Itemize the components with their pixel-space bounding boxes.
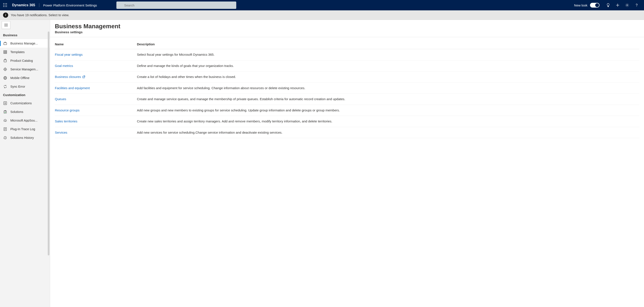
sidebar-item-label: Sync Error bbox=[10, 85, 25, 88]
setting-link[interactable]: Business closures bbox=[55, 74, 85, 80]
gear-box-icon bbox=[3, 101, 7, 105]
setting-link[interactable]: Facilities and equipment bbox=[55, 86, 90, 91]
setting-link[interactable]: Fiscal year settings bbox=[55, 52, 82, 57]
new-look-toggle[interactable] bbox=[590, 3, 600, 8]
sidebar-item-label: Customizations bbox=[10, 102, 32, 105]
sidebar-scrollbar[interactable] bbox=[47, 20, 50, 307]
table-row: Sales territories Create new sales terri… bbox=[55, 116, 639, 127]
sidebar-item-sync-error[interactable]: Sync Error bbox=[0, 82, 50, 91]
svg-rect-0 bbox=[3, 3, 4, 4]
help-icon bbox=[635, 3, 638, 7]
svg-rect-5 bbox=[6, 5, 7, 6]
setting-description: Add new groups and new members to existi… bbox=[137, 105, 639, 116]
app-launcher-button[interactable] bbox=[2, 2, 8, 8]
setting-description: Create a list of holidays and other time… bbox=[137, 72, 639, 83]
cart-icon bbox=[3, 58, 7, 63]
svg-rect-4 bbox=[5, 5, 6, 6]
setting-link[interactable]: Sales territories bbox=[55, 119, 77, 124]
plus-icon bbox=[616, 3, 620, 7]
svg-rect-18 bbox=[4, 43, 7, 45]
nav-section-title: Business bbox=[0, 31, 50, 39]
setting-description: Add facilities and equipment for service… bbox=[137, 82, 639, 94]
setting-description: Add new services for service scheduling.… bbox=[137, 127, 639, 138]
log-icon bbox=[3, 127, 7, 131]
gear-icon bbox=[625, 3, 629, 7]
svg-rect-24 bbox=[4, 60, 6, 62]
history-icon bbox=[3, 136, 7, 140]
new-look-label: New look bbox=[574, 4, 588, 7]
svg-rect-2 bbox=[6, 3, 7, 4]
column-header-description: Description bbox=[137, 39, 639, 49]
sidebar-item-label: Mobile Offline bbox=[10, 76, 29, 80]
breadcrumb: Power Platform Environment Settings bbox=[43, 4, 97, 7]
setting-description: Create new sales territories and assign … bbox=[137, 116, 639, 127]
column-header-name: Name bbox=[55, 39, 137, 49]
lightbulb-button[interactable] bbox=[604, 0, 613, 10]
nav-collapse-button[interactable] bbox=[2, 21, 10, 29]
table-row: Queues Create and manage service queues,… bbox=[55, 94, 639, 105]
table-row: Resource groups Add new groups and new m… bbox=[55, 105, 639, 116]
svg-rect-1 bbox=[5, 3, 6, 4]
lightbulb-icon bbox=[606, 3, 610, 7]
add-button[interactable] bbox=[613, 0, 622, 10]
notification-text: You have 19 notifications. Select to vie… bbox=[11, 13, 69, 17]
sync-error-icon bbox=[3, 84, 7, 89]
sidebar-item-product-catalog[interactable]: Product Catalog bbox=[0, 56, 50, 65]
svg-point-14 bbox=[636, 6, 637, 7]
svg-point-31 bbox=[5, 103, 6, 104]
svg-rect-8 bbox=[6, 6, 7, 7]
svg-rect-19 bbox=[4, 50, 7, 54]
svg-rect-6 bbox=[3, 6, 4, 7]
setting-link[interactable]: Goal metrics bbox=[55, 64, 73, 68]
sidebar-item-mobile-offline[interactable]: Mobile Offline bbox=[0, 74, 50, 82]
nav-section-title: Customization bbox=[0, 91, 50, 99]
sidebar-item-microsoft-appsou[interactable]: Microsoft AppSou... bbox=[0, 116, 50, 125]
setting-link[interactable]: Resource groups bbox=[55, 108, 80, 113]
table-row: Facilities and equipment Add facilities … bbox=[55, 82, 639, 94]
main-content: Business Management Business settings Na… bbox=[50, 20, 644, 307]
setting-link[interactable]: Services bbox=[55, 130, 68, 135]
setting-description: Select fiscal year settings for Microsof… bbox=[137, 49, 639, 60]
notification-bar[interactable]: i You have 19 notifications. Select to v… bbox=[0, 10, 644, 20]
page-subtitle: Business settings bbox=[55, 30, 639, 34]
sidebar-item-label: Plug-In Trace Log bbox=[10, 128, 35, 131]
sidebar-item-service-managem[interactable]: Service Managem... bbox=[0, 65, 50, 74]
sidebar-item-solutions[interactable]: Solutions bbox=[0, 108, 50, 116]
svg-rect-7 bbox=[5, 6, 6, 7]
help-button[interactable] bbox=[632, 0, 642, 10]
page-title: Business Management bbox=[55, 23, 639, 30]
sidebar-item-label: Templates bbox=[10, 50, 24, 54]
service-icon bbox=[3, 67, 7, 72]
new-look-toggle-group: New look bbox=[574, 3, 600, 8]
table-row: Business closures Create a list of holid… bbox=[55, 72, 639, 83]
sidebar-item-label: Product Catalog bbox=[10, 59, 33, 62]
setting-link[interactable]: Queues bbox=[55, 97, 66, 102]
package-icon bbox=[3, 110, 7, 114]
sidebar-item-label: Business Manage... bbox=[10, 42, 38, 45]
store-icon bbox=[3, 118, 7, 123]
app-header: Dynamics 365 Power Platform Environment … bbox=[0, 0, 644, 10]
svg-point-25 bbox=[4, 68, 6, 70]
globe-icon bbox=[3, 76, 7, 80]
sidebar-item-label: Solutions History bbox=[10, 136, 34, 140]
table-row: Fiscal year settings Select fiscal year … bbox=[55, 49, 639, 60]
search-input[interactable] bbox=[116, 2, 236, 9]
setting-description: Create and manage service queues, and ma… bbox=[137, 94, 639, 105]
external-link-icon bbox=[82, 75, 85, 78]
sidebar-item-customizations[interactable]: Customizations bbox=[0, 99, 50, 108]
sidebar-item-label: Microsoft AppSou... bbox=[10, 119, 38, 122]
sidebar: BusinessBusiness Manage...TemplatesProdu… bbox=[0, 20, 50, 307]
svg-point-13 bbox=[627, 5, 628, 6]
info-icon: i bbox=[3, 12, 8, 18]
sidebar-item-solutions-history[interactable]: Solutions History bbox=[0, 134, 50, 142]
sidebar-item-templates[interactable]: Templates bbox=[0, 48, 50, 56]
sidebar-item-business-manage[interactable]: Business Manage... bbox=[0, 39, 50, 48]
sidebar-item-plug-in-trace-log[interactable]: Plug-In Trace Log bbox=[0, 125, 50, 134]
sidebar-item-label: Service Managem... bbox=[10, 68, 38, 71]
product-name[interactable]: Dynamics 365 bbox=[12, 3, 39, 7]
settings-button[interactable] bbox=[622, 0, 632, 10]
hamburger-icon bbox=[4, 24, 8, 26]
setting-description: Define and manage the kinds of goals tha… bbox=[137, 60, 639, 72]
settings-table: Name Description Fiscal year settings Se… bbox=[55, 39, 639, 138]
svg-rect-3 bbox=[3, 5, 4, 6]
